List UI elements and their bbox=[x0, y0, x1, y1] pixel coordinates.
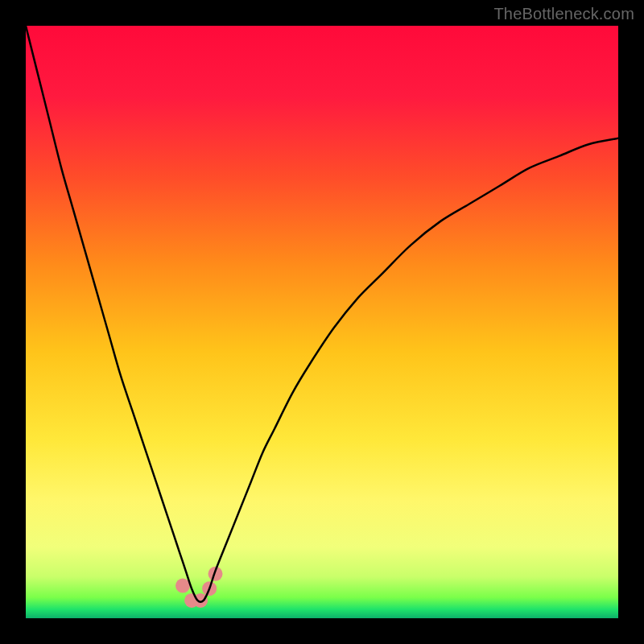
background-gradient bbox=[26, 26, 618, 618]
watermark-text: TheBottleneck.com bbox=[493, 5, 634, 23]
svg-rect-0 bbox=[26, 26, 618, 618]
plot-area bbox=[26, 26, 618, 618]
chart-frame: TheBottleneck.com bbox=[0, 0, 644, 644]
